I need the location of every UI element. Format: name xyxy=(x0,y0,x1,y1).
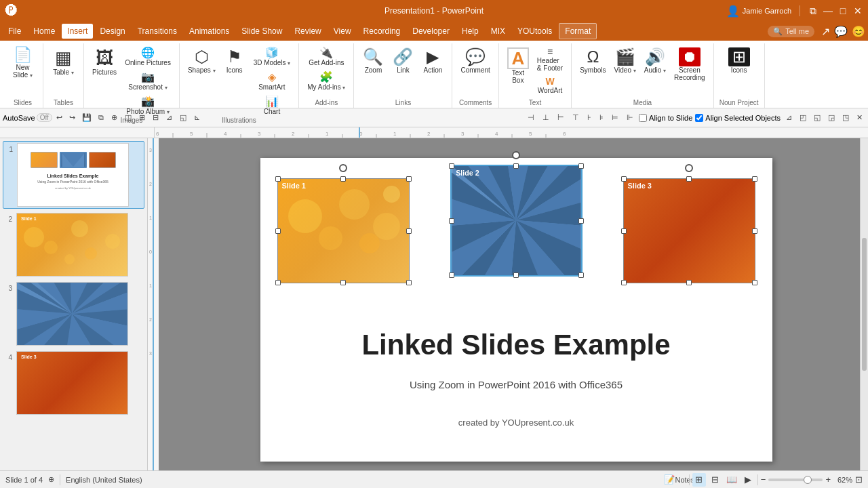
symbols-button[interactable]: Ω Symbols xyxy=(577,45,608,77)
zoom-out-button[interactable]: − xyxy=(761,474,766,485)
slide-sorter-button[interactable]: ⊟ xyxy=(709,473,722,487)
handle-tl-2[interactable] xyxy=(449,163,454,169)
rotate-handle-3[interactable] xyxy=(685,164,693,172)
handle-bc-3[interactable] xyxy=(686,280,692,285)
comment-button[interactable]: 💬 Comment xyxy=(458,45,492,77)
menu-mix[interactable]: MIX xyxy=(486,24,511,39)
handle-ml-1[interactable] xyxy=(275,228,281,234)
handle-ml-2[interactable] xyxy=(449,218,454,224)
tb-icon1[interactable]: ⧉ xyxy=(96,112,106,123)
status-icon-1[interactable]: ⊕ xyxy=(48,475,54,484)
noun-icons-button[interactable]: ⊞ Icons xyxy=(726,45,753,77)
link-button[interactable]: 🔗 Link xyxy=(389,45,416,77)
minimize-button[interactable]: — xyxy=(823,6,833,16)
align-t8[interactable]: ⊩ xyxy=(624,112,636,123)
handle-tr-3[interactable] xyxy=(752,176,757,182)
screen-recording-button[interactable]: ⏺ ScreenRecording xyxy=(671,45,708,84)
zoom-in-button[interactable]: + xyxy=(825,474,831,485)
align-r2[interactable]: ◰ xyxy=(797,112,809,123)
menu-developer[interactable]: Developer xyxy=(407,24,455,39)
audio-button[interactable]: 🔊 Audio ▾ xyxy=(642,45,669,77)
3d-models-button[interactable]: 🧊 3D Models ▾ xyxy=(251,45,294,68)
slide-thumb-3[interactable]: 3 Slide 2 xyxy=(3,281,144,347)
shapes-button[interactable]: ⬡ Shapes ▾ xyxy=(185,45,218,77)
table-button[interactable]: ▦ Table ▾ xyxy=(50,45,77,79)
scroll-thumb-right[interactable] xyxy=(862,238,867,371)
tb-icon4[interactable]: ⊞ xyxy=(136,112,148,123)
menu-format[interactable]: Format xyxy=(559,23,597,39)
handle-tc-1[interactable] xyxy=(340,176,346,182)
get-addins-button[interactable]: 🔌 Get Add-ins xyxy=(304,45,348,68)
handle-bl-2[interactable] xyxy=(449,272,454,278)
menu-insert[interactable]: Insert xyxy=(62,24,93,39)
handle-tl-1[interactable] xyxy=(275,176,281,182)
zoom-image-1[interactable]: Slide 1 xyxy=(277,178,410,283)
undo-button[interactable]: ↩ xyxy=(54,112,65,123)
maximize-button[interactable]: □ xyxy=(838,6,848,16)
handle-br-3[interactable] xyxy=(752,280,757,285)
reading-view-button[interactable]: 📖 xyxy=(725,473,738,487)
new-slide-button[interactable]: 📄 NewSlide ▾ xyxy=(9,45,37,81)
menu-transitions[interactable]: Transitions xyxy=(132,24,182,39)
align-r6[interactable]: ✕ xyxy=(854,112,865,123)
textbox-button[interactable]: A TextBox xyxy=(505,45,532,87)
handle-bl-1[interactable] xyxy=(275,280,281,285)
rotate-handle-2[interactable] xyxy=(512,151,520,159)
zoom-level[interactable]: 62% xyxy=(833,476,852,484)
menu-review[interactable]: Review xyxy=(289,24,326,39)
handle-mr-2[interactable] xyxy=(578,218,584,224)
zoom-image-3[interactable]: Slide 3 xyxy=(623,178,755,283)
handle-bc-2[interactable] xyxy=(513,272,519,278)
normal-view-button[interactable]: ⊞ xyxy=(692,473,706,487)
handle-tl-3[interactable] xyxy=(621,176,627,182)
chart-button[interactable]: 📊 Chart xyxy=(251,94,294,117)
align-t2[interactable]: ⊥ xyxy=(540,112,552,123)
align-r4[interactable]: ◲ xyxy=(825,112,837,123)
screenshot-button[interactable]: 📷 Screenshot ▾ xyxy=(122,69,174,92)
handle-tc-3[interactable] xyxy=(686,176,692,182)
handle-br-2[interactable] xyxy=(578,272,584,278)
menu-recording[interactable]: Recording xyxy=(358,24,406,39)
slide-thumb-2[interactable]: 2 Slide 1 xyxy=(3,211,144,278)
action-button[interactable]: ▶ Action xyxy=(419,45,446,77)
menu-home[interactable]: Home xyxy=(28,24,60,39)
share-icon[interactable]: ↗ xyxy=(821,25,830,38)
wordart-button[interactable]: W WordArt xyxy=(534,75,566,96)
align-r3[interactable]: ◱ xyxy=(811,112,823,123)
handle-tc-2[interactable] xyxy=(513,163,519,169)
autosave-toggle[interactable]: Off xyxy=(37,113,52,122)
emoji-icon[interactable]: 😊 xyxy=(852,25,865,38)
slide-thumb-1[interactable]: 1 xyxy=(3,141,144,209)
slideshow-button[interactable]: ▶ xyxy=(741,473,755,487)
tb-icon2[interactable]: ⊕ xyxy=(108,112,120,123)
zoom-button[interactable]: 🔍 Zoom xyxy=(359,45,387,77)
window-restore-icon[interactable]: ⧉ xyxy=(808,6,818,16)
handle-mr-3[interactable] xyxy=(752,228,757,234)
align-r1[interactable]: ⊿ xyxy=(783,112,795,123)
align-t5[interactable]: ⊦ xyxy=(585,112,594,123)
my-addins-button[interactable]: 🧩 My Add-ins ▾ xyxy=(304,69,348,92)
align-selected-check[interactable]: Align Selected Objects xyxy=(695,114,781,122)
zoom-slider[interactable] xyxy=(768,479,823,481)
tb-icon8[interactable]: ⊾ xyxy=(191,112,203,123)
handle-tr-1[interactable] xyxy=(406,176,412,182)
handle-bl-3[interactable] xyxy=(621,280,627,285)
tb-icon3[interactable]: ◫ xyxy=(122,112,134,123)
menu-youtools[interactable]: YOUtools xyxy=(512,24,557,39)
comment-icon[interactable]: 💬 xyxy=(834,25,848,38)
align-selected-checkbox[interactable] xyxy=(695,114,703,122)
tb-icon6[interactable]: ⊿ xyxy=(163,112,175,123)
align-to-slide-check[interactable]: Align to Slide xyxy=(639,114,692,122)
align-t3[interactable]: ⊢ xyxy=(555,112,567,123)
menu-design[interactable]: Design xyxy=(94,24,130,39)
menu-view[interactable]: View xyxy=(328,24,357,39)
menu-search[interactable]: 🔍 Tell me xyxy=(768,26,814,37)
align-t1[interactable]: ⊣ xyxy=(525,112,537,123)
icons-button[interactable]: ⚑ Icons xyxy=(221,45,248,77)
pictures-button[interactable]: 🖼 Pictures xyxy=(90,45,119,79)
menu-file[interactable]: File xyxy=(3,24,26,39)
handle-bc-1[interactable] xyxy=(340,280,346,285)
video-button[interactable]: 🎬 Video ▾ xyxy=(612,45,639,77)
menu-animations[interactable]: Animations xyxy=(184,24,235,39)
header-footer-button[interactable]: ≡ Header& Footer xyxy=(534,45,566,73)
